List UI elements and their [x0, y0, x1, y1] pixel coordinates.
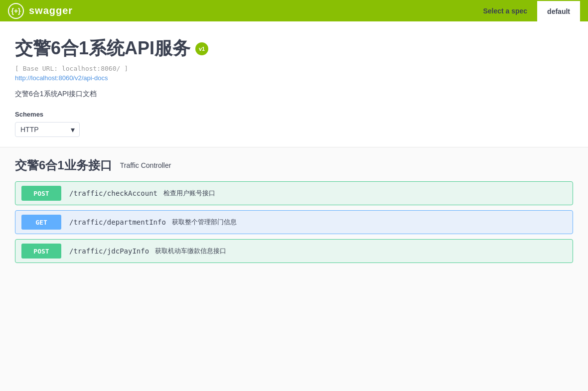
- section-title: 交警6合1业务接口: [15, 157, 112, 173]
- endpoint-description: 获取机动车缴款信息接口: [155, 247, 226, 256]
- endpoint-row[interactable]: POST/traffic/jdcPayInfo获取机动车缴款信息接口: [15, 239, 573, 263]
- version-badge: v1: [195, 42, 208, 55]
- schemes-label: Schemes: [15, 111, 573, 118]
- app-header: {+} swagger Select a spec default: [0, 0, 588, 21]
- select-spec-button[interactable]: Select a spec: [473, 0, 537, 21]
- section-header: 交警6合1业务接口 Traffic Controller: [15, 157, 573, 173]
- endpoint-row[interactable]: POST/traffic/checkAccount检查用户账号接口: [15, 181, 573, 205]
- default-spec-tab[interactable]: default: [537, 0, 580, 21]
- api-description: 交警6合1系统API接口文档: [15, 90, 573, 99]
- schemes-select-wrapper: HTTP HTTPS: [15, 122, 80, 137]
- method-badge-post: POST: [21, 186, 61, 201]
- api-endpoints-section: 交警6合1业务接口 Traffic Controller POST/traffi…: [0, 147, 588, 278]
- method-badge-get: GET: [21, 215, 61, 230]
- api-title-row: 交警6合1系统API服务 v1: [15, 36, 573, 61]
- endpoints-container: POST/traffic/checkAccount检查用户账号接口GET/tra…: [15, 181, 573, 263]
- base-url: [ Base URL: localhost:8060/ ]: [15, 65, 573, 72]
- docs-link[interactable]: http://localhost:8060/v2/api-docs: [15, 74, 573, 82]
- endpoint-description: 检查用户账号接口: [163, 189, 215, 198]
- method-badge-post: POST: [21, 244, 61, 259]
- logo-text: swagger: [29, 5, 73, 16]
- section-subtitle: Traffic Controller: [120, 161, 171, 169]
- endpoint-row[interactable]: GET/traffic/departmentInfo获取整个管理部门信息: [15, 210, 573, 234]
- endpoint-path: /traffic/checkAccount: [69, 189, 157, 197]
- endpoint-path: /traffic/departmentInfo: [69, 218, 166, 226]
- logo: {+} swagger: [8, 3, 73, 19]
- api-info-section: 交警6合1系统API服务 v1 [ Base URL: localhost:80…: [0, 21, 588, 147]
- logo-icon: {+}: [8, 3, 24, 19]
- schemes-select[interactable]: HTTP HTTPS: [15, 122, 80, 137]
- header-right: Select a spec default: [473, 0, 580, 21]
- endpoint-path: /traffic/jdcPayInfo: [69, 247, 149, 255]
- api-title: 交警6合1系统API服务: [15, 36, 190, 61]
- endpoint-description: 获取整个管理部门信息: [172, 218, 237, 227]
